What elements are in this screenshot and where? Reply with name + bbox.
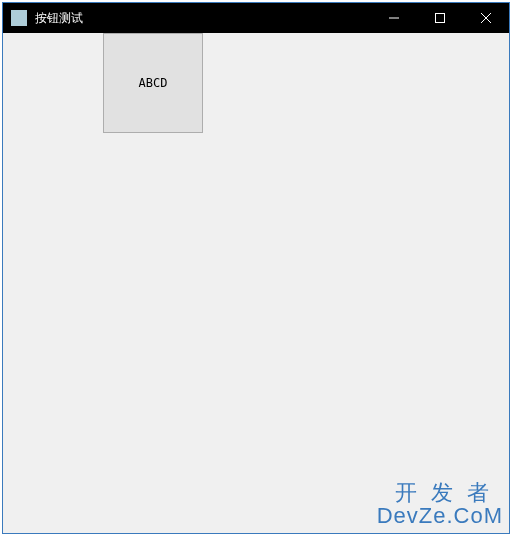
watermark-line2: DevZe.CoM: [377, 504, 503, 527]
window-title: 按钮测试: [35, 10, 371, 27]
svg-rect-1: [436, 14, 445, 23]
close-button[interactable]: [463, 3, 509, 33]
client-area: ABCD 开发者 DevZe.CoM: [3, 33, 509, 533]
maximize-icon: [435, 13, 445, 23]
minimize-icon: [389, 13, 399, 23]
maximize-button[interactable]: [417, 3, 463, 33]
watermark-line1: 开发者: [377, 481, 503, 504]
watermark: 开发者 DevZe.CoM: [377, 481, 503, 527]
titlebar[interactable]: 按钮测试: [3, 3, 509, 33]
app-icon: [11, 10, 27, 26]
application-window: 按钮测试 ABCD 开发者 DevZe.CoM: [2, 2, 510, 534]
window-controls: [371, 3, 509, 33]
test-button[interactable]: ABCD: [103, 33, 203, 133]
close-icon: [481, 13, 491, 23]
minimize-button[interactable]: [371, 3, 417, 33]
